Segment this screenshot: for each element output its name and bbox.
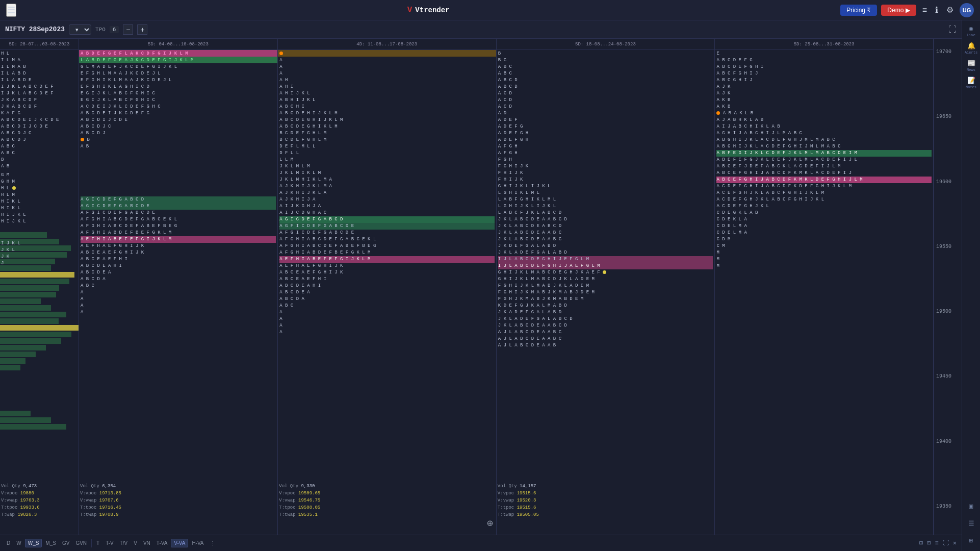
toolbar-right: ⊞ ⊡ ≡ ⛶ ✕ [918,538,958,548]
user-avatar-button[interactable]: UG [960,3,974,17]
toolbar-TVA[interactable]: T-VA [154,539,170,547]
sidebar-live[interactable]: ◉ Live [964,23,978,38]
toolbar-WS[interactable]: W_S [25,539,42,547]
col3-stats-box: Vol Qty 9,330 V:vpoc 19509.65 V:vwap 195… [279,483,320,518]
content-area: NIFTY 28Sep2023 ▾ TPO 6 − + ⛶ 5D: 28-07.… [0,20,980,551]
col1-stats-box: Vol Qty 9,473 V:vpoc 19880 V:vwap 19763.… [1,483,40,518]
bottom-toolbar: D W W_S M_S GV GVN T T-V T/V V VN T-VA V… [0,535,962,551]
price-axis: 19700 19650 19600 19550 19500 19450 1940… [934,39,962,535]
chart-area: 5D: 28-07...03-08-2023 5D: 04-08...10-08… [0,39,962,535]
chart-main: NIFTY 28Sep2023 ▾ TPO 6 − + ⛶ 5D: 28-07.… [0,20,962,551]
fullscreen-button[interactable]: ⛶ [948,25,957,34]
price-19600: 19600 [936,179,960,185]
tpo-col-5: E A B C D E F G A B C D E F G H I A B C … [715,50,934,535]
sidebar-grid[interactable]: ⊞ [964,534,978,548]
symbol-label: NIFTY 28Sep2023 [5,26,65,33]
toolbar-D[interactable]: D [4,539,13,547]
top-navbar: ☰ V Vtrender Pricing ₹ Demo ▶ ≡ ℹ ⚙ UG [0,0,980,20]
tpo-col-2: A B D E F G E F L A K C D F G I J K L M … [79,50,278,535]
sidebar-alerts[interactable]: 🔔 Alerts [964,41,978,55]
toolbar-close-icon[interactable]: ✕ [952,538,958,548]
demo-button[interactable]: Demo ▶ [881,5,916,16]
right-sidebar: ◉ Live 🔔 Alerts 📰 News 📝 Notes ▣ ☰ ⊞ [962,20,980,551]
toolbar-MS[interactable]: M_S [43,539,59,547]
price-19550: 19550 [936,244,960,249]
col2-stats-box: Vol Qty 6,354 V:vpoc 19713.85 V:vwap 197… [80,483,121,518]
price-19500: 19500 [936,309,960,314]
period-headers: 5D: 28-07...03-08-2023 5D: 04-08...10-08… [0,39,934,50]
sidebar-layout[interactable]: ▣ [964,499,978,513]
toolbar-layout-icon[interactable]: ⊡ [926,538,932,548]
toolbar-GV[interactable]: GV [60,539,72,547]
period-header-1: 5D: 04-08...10-08-2023 [79,39,278,49]
volume-profile-col: H L I L M A I L M A B I L A B D I L A B … [0,50,79,535]
sidebar-news[interactable]: 📰 News [964,58,978,72]
toolbar-list-icon[interactable]: ≡ [934,539,940,548]
price-19400: 19400 [936,439,960,444]
tpo-col-1-letters: H L I L M A I L M A B I L A B D I L A B … [0,50,79,535]
sidebar-list[interactable]: ☰ [964,516,978,531]
toolbar-VVA[interactable]: V-VA [171,539,188,547]
menu-icon-button[interactable]: ≡ [920,4,929,17]
price-19700: 19700 [936,49,960,55]
settings-icon-button[interactable]: ⚙ [944,3,956,17]
brand-logo: V Vtrender [407,6,450,15]
toolbar-VN[interactable]: VN [141,539,153,547]
tpo-value: 6 [110,26,119,33]
toolbar-more[interactable]: ⋮ [208,539,218,547]
toolbar-W[interactable]: W [14,539,23,547]
period-header-3: 5D: 18-08...24-08-2023 [497,39,715,49]
period-header-4: 5D: 25-08...31-08-2023 [715,39,934,49]
zoom-in-button[interactable]: + [137,24,147,35]
toolbar-HVA[interactable]: H-VA [189,539,206,547]
toolbar-expand-icon[interactable]: ⛶ [942,538,950,548]
period-header-0: 5D: 28-07...03-08-2023 [0,39,79,49]
tpo-main-area: 5D: 28-07...03-08-2023 5D: 04-08...10-08… [0,39,934,535]
zoom-out-button[interactable]: − [123,24,133,35]
chart-toolbar: NIFTY 28Sep2023 ▾ TPO 6 − + ⛶ [0,20,962,39]
hamburger-button[interactable]: ☰ [6,4,16,17]
toolbar-GVN[interactable]: GVN [73,539,89,547]
period-selector[interactable]: ▾ [69,24,91,35]
toolbar-TdivV[interactable]: T/V [117,539,131,547]
toolbar-V[interactable]: V [131,539,140,547]
period-header-2: 4D: 11-08...17-08-2023 [278,39,497,49]
col4-stats-box: Vol Qty 14,157 V:vpoc 19515.6 V:vwap 195… [498,483,539,518]
toolbar-sep-1 [91,539,92,547]
crosshair-button[interactable]: ⊕ [482,515,498,531]
info-icon-button[interactable]: ℹ [933,3,940,17]
toolbar-TV[interactable]: T-V [103,539,116,547]
sidebar-notes[interactable]: 📝 Notes [964,76,978,90]
pricing-button[interactable]: Pricing ₹ [840,5,877,16]
tpo-col-3: A A A A H A H I A H I J K L A B H I J K … [278,50,497,535]
tpo-col-4: B B C A B C A B C A B C D A B C D A C D … [497,50,715,535]
price-19450: 19450 [936,373,960,379]
tpo-letters-area: H L I L M A I L M A B I L A B D I L A B … [0,50,934,535]
app-container: ☰ V Vtrender Pricing ₹ Demo ▶ ≡ ℹ ⚙ UG N… [0,0,980,551]
toolbar-T[interactable]: T [94,539,102,547]
tpo-label: TPO [95,27,106,33]
price-19350: 19350 [936,504,960,509]
toolbar-grid-icon[interactable]: ⊞ [918,538,924,548]
price-19650: 19650 [936,114,960,119]
